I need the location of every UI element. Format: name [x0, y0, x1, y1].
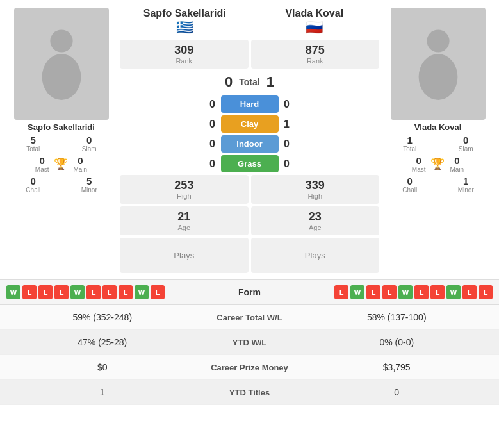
left-form-badges: WLLLWLLLWL: [6, 285, 165, 299]
ytd-wl-row: 47% (25-28) YTD W/L 0% (0-0): [0, 330, 499, 355]
svg-point-1: [42, 54, 81, 100]
right-chall-label: Chall: [402, 187, 417, 194]
right-player-name: Vlada Koval: [414, 122, 462, 132]
form-badge: W: [135, 285, 149, 299]
left-age-box: 21 Age: [120, 206, 249, 235]
left-total-label: Total: [26, 145, 40, 153]
form-badge: L: [151, 285, 165, 299]
right-plays-label: Plays: [305, 251, 325, 260]
svg-point-2: [427, 29, 449, 52]
prize-label: Career Prize Money: [192, 363, 307, 372]
form-section: WLLLWLLLWL Form LWLLWLLWLL: [0, 279, 499, 305]
hard-badge: Hard: [221, 95, 279, 113]
right-high-box: 339 High: [251, 175, 380, 204]
left-high-value: 253: [122, 179, 246, 192]
right-mast-label: Mast: [412, 166, 426, 173]
right-avatar: [391, 8, 486, 120]
form-badge: L: [22, 285, 37, 299]
form-badge: L: [366, 285, 380, 299]
center-column: Sapfo Sakellaridi 🇬🇷 Vlada Koval 🇷🇺 309 …: [120, 8, 379, 273]
left-high-label: High: [122, 192, 246, 200]
right-total-value: 1: [407, 135, 413, 145]
right-flag: 🇷🇺: [306, 19, 323, 36]
form-badge: L: [430, 285, 445, 299]
titles-right: 0: [307, 387, 487, 397]
right-trophy-icon: 🏆: [430, 157, 445, 171]
form-badge: W: [6, 285, 20, 299]
right-main-label: Main: [450, 166, 464, 173]
prize-row: $0 Career Prize Money $3,795: [0, 355, 499, 380]
left-age-label: Age: [122, 224, 246, 231]
left-minor-value: 5: [86, 176, 92, 187]
left-chall-label: Chall: [26, 187, 40, 194]
left-age-value: 21: [122, 210, 246, 224]
right-minor-label: Minor: [458, 187, 474, 194]
right-rank-box: 875 Rank: [251, 40, 380, 69]
ytd-wl-label: YTD W/L: [192, 338, 307, 347]
right-rank-value: 875: [254, 44, 377, 57]
grass-right-score: 0: [281, 158, 293, 170]
form-badge: W: [398, 285, 413, 299]
left-player-card: Sapfo Sakellaridi 5 Total 0 Slam 0 Mast …: [5, 8, 117, 194]
stats-table: 59% (352-248) Career Total W/L 58% (137-…: [0, 305, 499, 405]
form-label: Form: [231, 287, 269, 297]
left-player-name: Sapfo Sakellaridi: [28, 122, 95, 132]
form-badge: W: [446, 285, 461, 299]
svg-point-0: [50, 29, 72, 52]
right-name-center: Vlada Koval: [285, 8, 343, 19]
titles-label: YTD Titles: [192, 388, 307, 397]
form-badge: L: [54, 285, 69, 299]
svg-point-3: [418, 54, 457, 100]
form-badge: L: [414, 285, 429, 299]
form-badge: L: [119, 285, 133, 299]
right-age-label: Age: [254, 224, 377, 231]
career-wl-label: Career Total W/L: [192, 313, 307, 322]
right-rank-label: Rank: [254, 57, 377, 65]
left-main-value: 0: [78, 155, 83, 166]
clay-left-score: 0: [207, 119, 218, 130]
right-high-label: High: [254, 192, 377, 200]
form-badge: L: [382, 285, 397, 299]
career-wl-right: 58% (137-100): [307, 312, 487, 322]
form-badge: L: [38, 285, 53, 299]
left-slam-value: 0: [86, 135, 92, 145]
left-plays-box: Plays: [120, 238, 249, 273]
left-avatar: [14, 8, 109, 120]
right-total-label: Total: [403, 145, 416, 153]
right-plays-box: Plays: [251, 238, 380, 273]
ytd-wl-right: 0% (0-0): [307, 337, 487, 347]
titles-row: 1 YTD Titles 0: [0, 380, 499, 405]
right-form-badges: LWLLWLLWLL: [334, 285, 493, 299]
total-score-left: 0: [225, 74, 233, 90]
left-name-center: Sapfo Sakellaridi: [143, 8, 226, 19]
form-badge: L: [479, 285, 493, 299]
form-badge: L: [334, 285, 348, 299]
left-slam-cell: 0 Slam: [67, 135, 113, 153]
right-age-value: 23: [254, 210, 377, 224]
clay-right-score: 1: [281, 119, 293, 130]
left-mast-label: Mast: [35, 166, 49, 173]
left-plays-label: Plays: [174, 251, 194, 260]
left-rank-value: 309: [122, 44, 246, 57]
left-total-cell: 5 Total: [10, 135, 56, 153]
left-mast-value: 0: [39, 155, 44, 166]
right-mast-value: 0: [416, 155, 421, 166]
left-main-label: Main: [73, 166, 87, 173]
left-slam-label: Slam: [82, 145, 97, 153]
clay-badge: Clay: [221, 115, 279, 133]
grass-badge: Grass: [221, 155, 279, 172]
career-wl-left: 59% (352-248): [13, 312, 192, 322]
right-chall-value: 0: [407, 176, 413, 187]
total-label: Total: [239, 77, 259, 87]
right-age-box: 23 Age: [251, 206, 380, 235]
right-player-card: Vlada Koval 1 Total 0 Slam 0 Mast 🏆 0: [382, 8, 494, 194]
right-high-value: 339: [254, 179, 377, 192]
right-slam-value: 0: [463, 135, 468, 145]
form-badge: W: [70, 285, 85, 299]
hard-right-score: 0: [281, 99, 293, 110]
left-high-box: 253 High: [120, 175, 249, 204]
prize-right: $3,795: [307, 362, 487, 372]
right-minor-value: 1: [463, 176, 468, 187]
grass-left-score: 0: [207, 158, 218, 170]
ytd-wl-left: 47% (25-28): [13, 337, 192, 347]
